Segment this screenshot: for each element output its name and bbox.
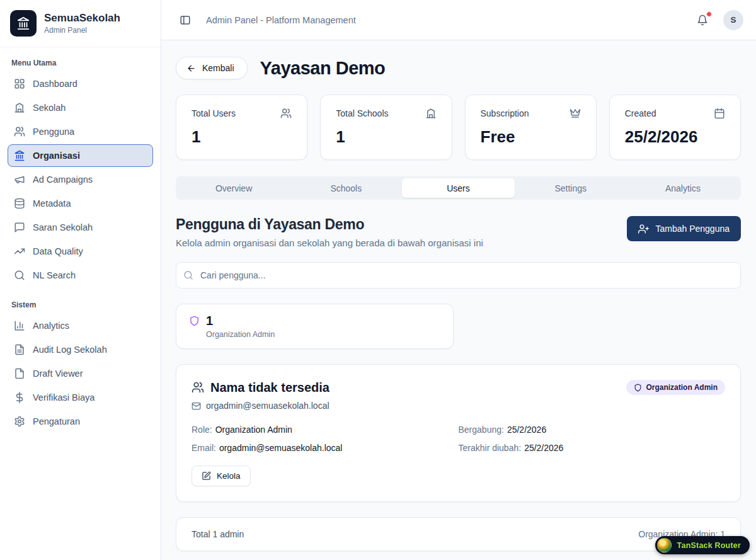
bar-chart-icon (14, 320, 25, 331)
users-section-title: Pengguna di Yayasan Demo (176, 216, 483, 233)
sidebar-item-label: Audit Log Sekolah (33, 345, 107, 355)
user-email-row: orgadmin@semuasekolah.local (192, 401, 725, 411)
user-details: Role:Organization Admin Bergabung:25/2/2… (192, 425, 725, 453)
megaphone-icon (14, 174, 25, 185)
role-summary-card: 1 Organization Admin (176, 304, 454, 349)
role-count: 1 (206, 314, 275, 328)
user-updated-field: Terakhir diubah:25/2/2026 (459, 443, 726, 453)
panel-left-icon (180, 14, 191, 26)
role-badge: Organization Admin (626, 380, 725, 395)
search-icon (14, 270, 25, 281)
page-title: Yayasan Demo (260, 58, 386, 79)
stat-card-created: Created 25/2/2026 (609, 94, 741, 160)
arrow-left-icon (186, 64, 196, 73)
nav-spacer (8, 288, 153, 298)
sidebar-logo[interactable]: SemuaSekolah Admin Panel (0, 0, 161, 47)
sidebar: SemuaSekolah Admin Panel Menu Utama Dash… (0, 0, 161, 560)
nav-section-sistem: Sistem (8, 298, 153, 314)
sidebar-item-label: Sekolah (33, 103, 66, 113)
manage-user-button-label: Kelola (217, 471, 241, 481)
user-name: Nama tidak tersedia (210, 380, 329, 395)
notification-dot (706, 11, 712, 17)
stat-label: Created (625, 108, 656, 118)
sidebar-item-label: Data Quality (33, 246, 83, 256)
users-icon (192, 381, 204, 394)
stat-value: 25/2/2026 (625, 127, 725, 147)
app-subtitle: Admin Panel (44, 26, 120, 35)
stat-card-total-schools: Total Schools 1 (320, 94, 452, 160)
sidebar-item-metadata[interactable]: Metadata (8, 192, 153, 215)
gear-icon (14, 416, 25, 427)
sidebar-item-organisasi[interactable]: Organisasi (8, 144, 153, 167)
role-field-value: Organization Admin (215, 425, 292, 435)
tab-schools[interactable]: Schools (290, 178, 402, 198)
manage-user-button[interactable]: Kelola (192, 466, 251, 486)
sidebar-item-verifikasi-biaya[interactable]: Verifikasi Biaya (8, 386, 153, 409)
tab-users[interactable]: Users (402, 178, 514, 198)
tab-analytics[interactable]: Analytics (627, 178, 739, 198)
top-header: Admin Panel - Platform Management S (161, 0, 756, 40)
tab-settings[interactable]: Settings (515, 178, 627, 198)
school-icon (14, 102, 25, 113)
database-icon (14, 198, 25, 209)
notifications-button[interactable] (693, 11, 712, 30)
chat-icon (14, 222, 25, 233)
sidebar-item-nl-search[interactable]: NL Search (8, 264, 153, 287)
sidebar-item-data-quality[interactable]: Data Quality (8, 240, 153, 263)
crown-icon (570, 108, 581, 119)
role-summary-grid: 1 Organization Admin (176, 304, 741, 349)
tanstack-devtools-toggle[interactable]: TanStack Router (655, 536, 750, 554)
page-content: Kembali Yayasan Demo Total Users 1 Total… (161, 40, 756, 560)
tab-overview[interactable]: Overview (178, 178, 290, 198)
sidebar-item-audit-log[interactable]: Audit Log Sekolah (8, 338, 153, 361)
stat-label: Subscription (481, 108, 529, 118)
stat-value: Free (481, 127, 581, 147)
email-field-label: Email: (192, 443, 216, 453)
search-input[interactable] (176, 262, 741, 289)
user-search (176, 262, 741, 289)
role-summary-text: 1 Organization Admin (206, 314, 275, 339)
stat-cards: Total Users 1 Total Schools 1 Subscripti… (176, 94, 741, 160)
page-header-row: Kembali Yayasan Demo (176, 57, 741, 79)
tab-bar: Overview Schools Users Settings Analytic… (176, 176, 741, 200)
file-text-icon (14, 344, 25, 355)
user-role-field: Role:Organization Admin (192, 425, 459, 435)
users-section-header: Pengguna di Yayasan Demo Kelola admin or… (176, 216, 741, 248)
sidebar-item-pengguna[interactable]: Pengguna (8, 120, 153, 143)
user-card: Nama tidak tersedia Organization Admin o… (176, 364, 741, 502)
nav-section-menu-utama: Menu Utama (8, 56, 153, 72)
add-user-button[interactable]: Tambah Pengguna (627, 216, 741, 241)
updated-field-label: Terakhir diubah: (459, 443, 522, 453)
sidebar-toggle-button[interactable] (176, 11, 195, 30)
search-icon (183, 270, 193, 280)
mail-icon (192, 401, 201, 411)
sidebar-item-analytics[interactable]: Analytics (8, 314, 153, 337)
joined-field-label: Bergabung: (459, 425, 504, 435)
user-card-header: Nama tidak tersedia Organization Admin (192, 380, 725, 395)
stat-value: 1 (192, 127, 292, 147)
sidebar-item-draft-viewer[interactable]: Draft Viewer (8, 362, 153, 385)
total-admins-text: Total 1 admin (192, 529, 244, 539)
organization-icon (14, 150, 25, 161)
stat-value: 1 (336, 127, 436, 147)
header-title: Admin Panel - Platform Management (206, 15, 682, 25)
user-avatar[interactable]: S (723, 10, 743, 30)
back-button[interactable]: Kembali (176, 57, 248, 79)
sidebar-item-label: Pengguna (33, 127, 74, 137)
user-email: orgadmin@semuasekolah.local (206, 401, 329, 411)
sidebar-item-ad-campaigns[interactable]: Ad Campaigns (8, 168, 153, 191)
user-plus-icon (638, 224, 649, 234)
calendar-icon (714, 108, 725, 119)
sidebar-item-label: Verifikasi Biaya (33, 392, 94, 403)
sidebar-item-label: Pengaturan (33, 416, 80, 426)
sidebar-item-label: Draft Viewer (33, 369, 83, 379)
role-label: Organization Admin (206, 330, 275, 339)
school-icon (425, 108, 437, 119)
role-field-label: Role: (192, 425, 212, 435)
sidebar-item-pengaturan[interactable]: Pengaturan (8, 410, 153, 433)
sidebar-item-dashboard[interactable]: Dashboard (8, 72, 153, 95)
updated-field-value: 25/2/2026 (524, 443, 563, 453)
trending-up-icon (14, 246, 25, 257)
sidebar-item-sekolah[interactable]: Sekolah (8, 96, 153, 119)
sidebar-item-saran-sekolah[interactable]: Saran Sekolah (8, 216, 153, 239)
